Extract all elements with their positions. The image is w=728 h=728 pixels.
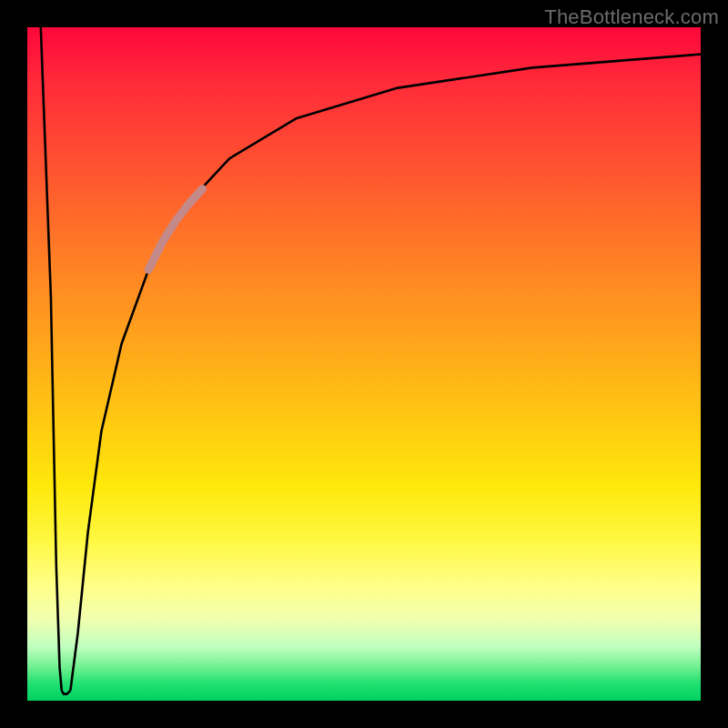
series-dip-bottom: [62, 691, 71, 694]
series-left-spike-down: [41, 27, 62, 691]
attribution-label: TheBottleneck.com: [544, 5, 719, 29]
series-highlight-segment: [148, 189, 202, 270]
curve-layer: [27, 27, 701, 701]
series-rise-curve: [70, 55, 701, 691]
chart-container: TheBottleneck.com: [0, 0, 728, 728]
